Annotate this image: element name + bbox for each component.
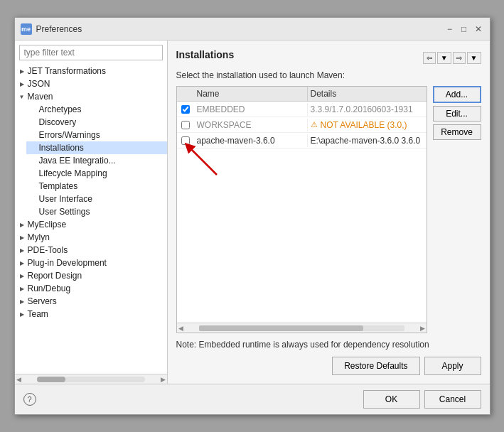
arrow-icon: ▶: [18, 259, 26, 267]
sidebar-item-team[interactable]: ▶ Team: [15, 308, 167, 320]
sidebar-item-label: Team: [28, 309, 48, 319]
sidebar-item-plugin-development[interactable]: ▶ Plug-in Development: [15, 256, 167, 269]
sidebar-item-report-design[interactable]: ▶ Report Design: [15, 269, 167, 282]
sidebar-item-templates[interactable]: Templates: [26, 180, 167, 193]
table-header: Name Details: [177, 87, 427, 102]
title-bar: me Preferences − □ ✕: [15, 18, 490, 40]
nav-dropdown-button[interactable]: ▼: [437, 52, 451, 64]
arrow-icon: ▶: [18, 271, 26, 280]
installations-content: Name Details EMBEDDED 3.3.9/1.7.0.201606…: [176, 86, 481, 333]
sidebar-item-label: Servers: [28, 296, 57, 306]
table-row[interactable]: WORKSPACE ⚠ NOT AVAILABLE (3.0,): [177, 117, 427, 133]
panel-header: Installations ⇦ ▼ ⇨ ▼: [176, 49, 481, 66]
h-scroll-right[interactable]: ▶: [419, 325, 427, 332]
add-button[interactable]: Add...: [433, 86, 481, 103]
sidebar-item-myeclipse[interactable]: ▶ MyEclipse: [15, 218, 167, 231]
checkbox-apache-maven[interactable]: [181, 136, 190, 145]
panel-subtitle: Select the installation used to launch M…: [176, 70, 481, 80]
sidebar-item-label: Run/Debug: [28, 284, 71, 293]
sidebar-item-jet-transformations[interactable]: ▶ JET Transformations: [15, 65, 167, 77]
sidebar-item-run-debug[interactable]: ▶ Run/Debug: [15, 282, 167, 295]
arrow-icon: ▶: [18, 220, 26, 229]
h-scrollbar-track: [199, 325, 404, 331]
sidebar-item-label: Mylyn: [28, 232, 50, 242]
window-controls: − □ ✕: [444, 23, 484, 35]
scrollbar-track: [37, 377, 145, 382]
th-details: Details: [308, 87, 427, 101]
app-icon: me: [21, 23, 32, 35]
scroll-left-arrow[interactable]: ◀: [15, 376, 23, 383]
arrow-icon: ▶: [18, 80, 26, 88]
arrow-icon: ▶: [18, 233, 26, 242]
arrow-icon: [29, 105, 38, 114]
row-checkbox-workspace[interactable]: [177, 121, 194, 129]
sidebar-item-label: User Interface: [39, 194, 92, 204]
arrow-icon: [29, 169, 38, 178]
remove-button[interactable]: Remove: [433, 124, 481, 140]
sidebar-item-mylyn[interactable]: ▶ Mylyn: [15, 231, 167, 244]
row-name-workspace: WORKSPACE: [194, 119, 308, 131]
cancel-button[interactable]: Cancel: [424, 390, 481, 409]
sidebar-item-java-ee-integration[interactable]: Java EE Integratio...: [26, 154, 167, 167]
sidebar-item-label: Lifecycle Mapping: [39, 168, 107, 178]
arrow-icon: ▶: [18, 67, 26, 75]
sidebar-item-label: Java EE Integratio...: [39, 156, 116, 166]
sidebar-item-user-interface[interactable]: User Interface: [26, 193, 167, 205]
help-button[interactable]: ?: [23, 393, 36, 406]
maximize-button[interactable]: □: [459, 23, 470, 35]
nav-forward-dropdown-button[interactable]: ▼: [467, 52, 481, 64]
sidebar-item-installations[interactable]: Installations: [26, 141, 167, 154]
window-footer: ? OK Cancel: [15, 384, 490, 414]
ok-button[interactable]: OK: [363, 390, 420, 409]
scroll-right-arrow[interactable]: ▶: [159, 376, 167, 383]
arrow-icon: [29, 195, 38, 203]
sidebar-item-user-settings[interactable]: User Settings: [26, 205, 167, 218]
h-scroll-left[interactable]: ◀: [177, 325, 185, 332]
table-scrollbar[interactable]: ◀ ▶: [177, 323, 427, 333]
sidebar-scrollbar[interactable]: ◀ ▶: [15, 374, 167, 384]
sidebar-item-label: Maven: [28, 92, 53, 102]
sidebar-item-lifecycle-mapping[interactable]: Lifecycle Mapping: [26, 167, 167, 180]
sidebar-item-errors-warnings[interactable]: Errors/Warnings: [26, 129, 167, 141]
arrow-icon: ▶: [18, 310, 26, 318]
scrollbar-thumb: [37, 377, 65, 382]
close-button[interactable]: ✕: [473, 23, 484, 35]
sidebar-item-label: JSON: [28, 79, 50, 89]
sidebar-item-archetypes[interactable]: Archetypes: [26, 103, 167, 116]
row-details-workspace: ⚠ NOT AVAILABLE (3.0,): [308, 119, 427, 131]
row-name-apache-maven: apache-maven-3.6.0: [194, 134, 308, 147]
sidebar-item-servers[interactable]: ▶ Servers: [15, 295, 167, 308]
sidebar-item-label: User Settings: [39, 207, 90, 217]
edit-button[interactable]: Edit...: [433, 106, 481, 122]
window-title: Preferences: [36, 24, 444, 34]
checkbox-embedded[interactable]: [181, 105, 190, 114]
checkbox-workspace[interactable]: [181, 121, 190, 129]
sidebar-item-label: Discovery: [39, 117, 77, 127]
sidebar-item-pde-tools[interactable]: ▶ PDE-Tools: [15, 244, 167, 256]
arrow-icon: [29, 131, 38, 139]
sidebar-item-maven[interactable]: ▼ Maven: [15, 90, 167, 103]
row-details-apache-maven: E:\apache-maven-3.6.0 3.6.0: [308, 134, 427, 147]
warning-icon: ⚠: [311, 120, 318, 129]
apply-button[interactable]: Apply: [424, 357, 481, 375]
nav-forward-button[interactable]: ⇨: [453, 52, 466, 64]
restore-defaults-button[interactable]: Restore Defaults: [332, 357, 419, 375]
bottom-bar: Restore Defaults Apply: [176, 357, 481, 375]
nav-controls: ⇦ ▼ ⇨ ▼: [423, 52, 481, 64]
nav-back-button[interactable]: ⇦: [423, 52, 436, 64]
arrow-icon: [29, 144, 38, 152]
arrow-icon: [29, 207, 38, 216]
sidebar-item-discovery[interactable]: Discovery: [26, 116, 167, 129]
tree: ▶ JET Transformations ▶ JSON ▼ Maven Arc…: [15, 65, 167, 374]
filter-input[interactable]: [19, 45, 163, 60]
table-row[interactable]: EMBEDDED 3.3.9/1.7.0.20160603-1931: [177, 102, 427, 117]
main-content: ▶ JET Transformations ▶ JSON ▼ Maven Arc…: [15, 40, 490, 384]
table-row[interactable]: apache-maven-3.6.0 E:\apache-maven-3.6.0…: [177, 133, 427, 148]
sidebar-item-label: Report Design: [28, 271, 82, 281]
note-text: Note: Embedded runtime is always used fo…: [176, 339, 481, 351]
row-checkbox-apache-maven[interactable]: [177, 136, 194, 145]
minimize-button[interactable]: −: [444, 23, 456, 35]
h-scrollbar-thumb: [199, 325, 363, 331]
row-checkbox-embedded[interactable]: [177, 105, 194, 114]
sidebar-item-json[interactable]: ▶ JSON: [15, 77, 167, 90]
